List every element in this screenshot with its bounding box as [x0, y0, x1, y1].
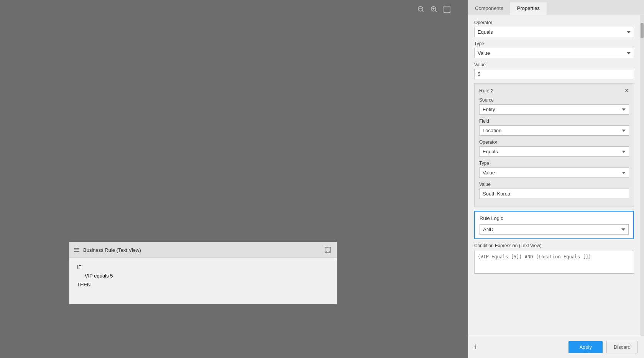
- business-rule-header-title: Business Rule (Text View): [73, 247, 141, 253]
- top-operator-select[interactable]: Equals: [474, 27, 634, 37]
- info-icon: ℹ: [474, 343, 476, 351]
- expand-panel-button[interactable]: [322, 245, 333, 255]
- scrollbar-track[interactable]: [640, 15, 644, 336]
- rule-icon: [73, 247, 80, 253]
- rule-if-label: IF: [77, 264, 329, 270]
- top-type-label: Type: [474, 41, 634, 46]
- top-value-label: Value: [474, 62, 634, 67]
- then-text: THEN: [77, 282, 90, 287]
- canvas-area: Business Rule (Text View) IF VIP equals …: [0, 0, 468, 358]
- scrollbar-thumb: [641, 23, 644, 38]
- apply-button[interactable]: Apply: [568, 341, 603, 353]
- canvas-toolbar: [416, 4, 452, 15]
- top-type-select[interactable]: Value: [474, 48, 634, 58]
- top-type-group: Type Value: [474, 41, 634, 58]
- discard-button[interactable]: Discard: [606, 341, 638, 353]
- main-area: Business Rule (Text View) IF VIP equals …: [0, 0, 644, 358]
- fit-button[interactable]: [442, 4, 452, 15]
- rule-logic-section: Rule Logic AND OR: [474, 211, 634, 239]
- rule2-type-label: Type: [479, 161, 629, 166]
- rule2-source-group: Source Entity: [479, 97, 629, 115]
- top-operator-label: Operator: [474, 20, 634, 25]
- rule2-value-label: Value: [479, 182, 629, 187]
- business-rule-panel: Business Rule (Text View) IF VIP equals …: [69, 242, 337, 304]
- rule2-source-label: Source: [479, 97, 629, 103]
- rule2-type-select[interactable]: Value: [479, 168, 629, 178]
- rule2-field-select[interactable]: Location: [479, 125, 629, 136]
- rule-then-label: THEN: [77, 282, 329, 287]
- expand-icon: [325, 247, 331, 253]
- zoom-out-button[interactable]: [416, 4, 426, 15]
- rule2-value-input[interactable]: [479, 189, 629, 199]
- business-rule-title-text: Business Rule (Text View): [83, 247, 141, 253]
- panel-tabs: Components Properties: [468, 0, 644, 15]
- zoom-in-button[interactable]: [429, 4, 439, 15]
- panel-content: Operator Equals Type Value Value: [468, 15, 640, 336]
- right-panel: Components Properties Operator Equals Ty…: [468, 0, 644, 358]
- rule-logic-title: Rule Logic: [480, 215, 629, 221]
- rule2-source-select[interactable]: Entity: [479, 104, 629, 115]
- rule2-operator-group: Operator Equals: [479, 140, 629, 157]
- panel-with-scroll: Operator Equals Type Value Value: [468, 15, 644, 336]
- top-value-group: Value: [474, 62, 634, 79]
- condition-expression-section: Condition Expression (Text View) (VIP Eq…: [474, 243, 634, 275]
- rule2-type-group: Type Value: [479, 161, 629, 178]
- rule-logic-select[interactable]: AND OR: [480, 224, 629, 235]
- panel-footer: ℹ Apply Discard: [468, 336, 644, 358]
- rule2-field-group: Field Location: [479, 118, 629, 136]
- tab-properties[interactable]: Properties: [510, 2, 547, 15]
- svg-rect-7: [444, 6, 450, 12]
- business-rule-content: IF VIP equals 5 THEN: [69, 258, 337, 304]
- svg-line-2: [422, 11, 424, 13]
- svg-line-6: [435, 11, 437, 13]
- rule2-close-button[interactable]: ✕: [624, 87, 629, 94]
- rule2-section: Rule 2 ✕ Source Entity Field Location: [474, 83, 634, 207]
- rule2-operator-select[interactable]: Equals: [479, 146, 629, 157]
- top-value-input[interactable]: [474, 69, 634, 79]
- rule2-field-label: Field: [479, 118, 629, 124]
- condition-expr-textarea[interactable]: (VIP Equals [5]) AND (Location Equals []…: [474, 251, 634, 274]
- top-operator-group: Operator Equals: [474, 20, 634, 37]
- condition-expr-label: Condition Expression (Text View): [474, 243, 634, 248]
- rule2-header: Rule 2 ✕: [479, 87, 629, 94]
- rule2-operator-label: Operator: [479, 140, 629, 145]
- condition-text: VIP equals 5: [85, 273, 113, 279]
- rule-condition-row: VIP equals 5: [77, 273, 329, 279]
- tab-components[interactable]: Components: [468, 2, 510, 15]
- rule2-title: Rule 2: [479, 88, 494, 94]
- business-rule-header: Business Rule (Text View): [69, 242, 337, 258]
- rule2-value-group: Value: [479, 182, 629, 199]
- if-text: IF: [77, 264, 82, 270]
